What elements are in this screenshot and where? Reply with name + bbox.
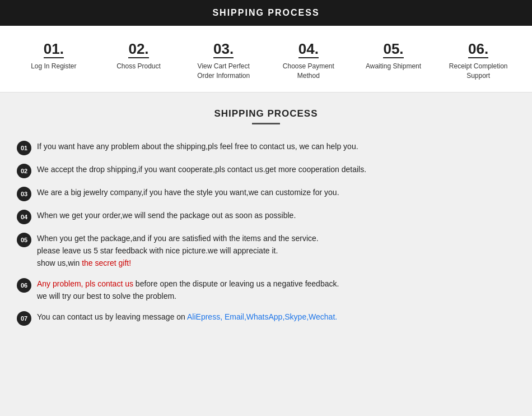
- step-label-3: View Cart Perfect Order Information: [193, 62, 254, 81]
- header-title: SHIPPING PROCESS: [212, 8, 319, 17]
- info-item-04: 04When we get your order,we will send th…: [17, 209, 515, 224]
- header-bar: SHIPPING PROCESS: [0, 0, 532, 26]
- step-item-3: 03. View Cart Perfect Order Information: [181, 41, 266, 81]
- step-item-5: 05. Awaiting Shipment: [351, 41, 436, 71]
- info-text-06: Any problem, pls contact us before open …: [37, 278, 339, 303]
- step-label-6: Receipt Completion Support: [447, 62, 509, 81]
- step-item-1: 01. Log In Register: [11, 41, 96, 71]
- info-item-03: 03We are a big jewelry company,if you ha…: [17, 186, 515, 201]
- circle-number-02: 02: [17, 164, 31, 178]
- info-text-04: When we get your order,we will send the …: [37, 209, 296, 221]
- step-number-6: 06.: [468, 41, 488, 58]
- steps-row: 01. Log In Register 02. Choss Product 03…: [11, 41, 521, 81]
- step-number-5: 05.: [383, 41, 403, 58]
- step-number-4: 04.: [298, 41, 319, 58]
- title-underline: [252, 123, 280, 124]
- red-text: the secret gift!: [82, 258, 131, 267]
- step-label-2: Choss Product: [116, 62, 161, 71]
- info-text-02: We accept the drop shipping,if you want …: [37, 163, 366, 175]
- circle-number-04: 04: [17, 210, 31, 224]
- info-section: 01If you want have any problem about the…: [0, 130, 532, 350]
- info-item-02: 02We accept the drop shipping,if you wan…: [17, 163, 515, 178]
- step-item-4: 04. Choose Payment Method: [266, 41, 351, 81]
- circle-number-01: 01: [17, 141, 31, 155]
- step-number-1: 01.: [44, 41, 64, 58]
- info-item-07: 07You can contact us by leaving message …: [17, 311, 515, 326]
- circle-number-03: 03: [17, 187, 31, 201]
- shipping-process-title-section: SHIPPING PROCESS: [0, 93, 532, 130]
- info-item-01: 01If you want have any problem about the…: [17, 140, 515, 155]
- info-item-05: 05When you get the package,and if you ar…: [17, 232, 515, 270]
- circle-number-07: 07: [17, 311, 31, 326]
- section-title: SHIPPING PROCESS: [0, 108, 532, 119]
- circle-number-05: 05: [17, 233, 31, 247]
- info-text-01: If you want have any problem about the s…: [37, 140, 358, 152]
- steps-section: 01. Log In Register 02. Choss Product 03…: [0, 26, 532, 93]
- red-text: Any problem, pls contact us: [37, 279, 133, 288]
- step-number-3: 03.: [213, 41, 234, 58]
- step-item-6: 06. Receipt Completion Support: [436, 41, 521, 81]
- step-label-1: Log In Register: [31, 62, 76, 71]
- info-text-03: We are a big jewelry company,if you have…: [37, 186, 339, 198]
- info-item-06: 06Any problem, pls contact us before ope…: [17, 278, 515, 303]
- blue-link-text[interactable]: AliEpress, Email,WhatsApp,Skype,Wechat.: [187, 312, 337, 321]
- circle-number-06: 06: [17, 278, 31, 293]
- info-text-07: You can contact us by leaving message on…: [37, 311, 337, 323]
- step-label-5: Awaiting Shipment: [366, 62, 421, 71]
- info-text-05: When you get the package,and if you are …: [37, 232, 319, 270]
- step-label-4: Choose Payment Method: [278, 62, 339, 81]
- step-number-2: 02.: [128, 41, 148, 58]
- step-item-2: 02. Choss Product: [96, 41, 181, 71]
